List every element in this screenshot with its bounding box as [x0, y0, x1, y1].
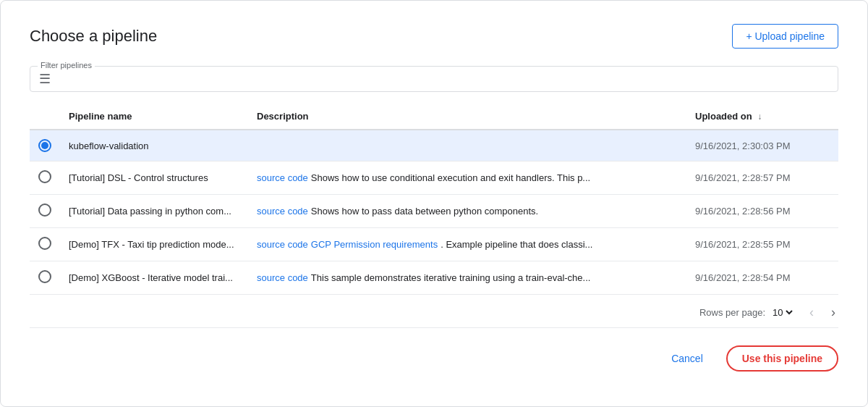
description-cell: source codeShows how to use conditional … — [248, 161, 686, 195]
description-text: . Example pipeline that does classi... — [441, 239, 592, 250]
radio-inner-dot — [41, 142, 48, 149]
pagination-prev-button[interactable]: ‹ — [807, 303, 817, 322]
radio-unselected[interactable] — [38, 170, 51, 183]
radio-unselected[interactable] — [38, 237, 51, 250]
table-row: kubeflow-validation9/16/2021, 2:30:03 PM — [30, 130, 838, 161]
pipeline-name-cell: [Demo] TFX - Taxi tip prediction mode... — [60, 228, 248, 261]
dialog-title: Choose a pipeline — [30, 27, 157, 46]
cancel-button[interactable]: Cancel — [660, 347, 715, 370]
table-row: [Tutorial] Data passing in python com...… — [30, 195, 838, 228]
col-header-uploaded-on: Uploaded on ↓ — [686, 104, 838, 130]
source-code-link[interactable]: source code — [257, 206, 308, 217]
use-pipeline-button[interactable]: Use this pipeline — [726, 345, 838, 372]
radio-cell[interactable] — [30, 130, 60, 161]
pipeline-name-cell: [Tutorial] DSL - Control structures — [60, 161, 248, 195]
pipelines-table: Pipeline name Description Uploaded on ↓ … — [30, 104, 838, 295]
description-cell: source codeShows how to pass data betwee… — [248, 195, 686, 228]
uploaded-on-cell: 9/16/2021, 2:28:57 PM — [686, 161, 838, 195]
uploaded-on-cell: 9/16/2021, 2:30:03 PM — [686, 130, 838, 161]
description-text: This sample demonstrates iterative train… — [311, 272, 591, 283]
description-cell: source codeGCP Permission requirements. … — [248, 228, 686, 261]
description-text: Shows how to use conditional execution a… — [311, 172, 590, 183]
description-cell — [248, 130, 686, 161]
pipeline-name-cell: [Demo] XGBoost - Iterative model trai... — [60, 261, 248, 295]
filter-container: Filter pipelines ☰ — [30, 66, 838, 92]
radio-unselected[interactable] — [38, 270, 51, 283]
col-header-radio — [30, 104, 60, 130]
choose-pipeline-dialog: Choose a pipeline + Upload pipeline Filt… — [0, 0, 868, 407]
pagination-next-button[interactable]: › — [828, 303, 838, 322]
source-code-link[interactable]: source code — [257, 172, 308, 183]
table-row: [Tutorial] DSL - Control structuressourc… — [30, 161, 838, 195]
upload-pipeline-button[interactable]: + Upload pipeline — [732, 24, 838, 49]
table-footer: Rows per page: 10 20 50 ‹ › — [30, 295, 838, 327]
dialog-actions: Cancel Use this pipeline — [30, 340, 838, 372]
col-header-name: Pipeline name — [60, 104, 248, 130]
dialog-header: Choose a pipeline + Upload pipeline — [30, 24, 838, 49]
radio-cell[interactable] — [30, 161, 60, 195]
actions-divider — [30, 327, 838, 328]
filter-input[interactable] — [56, 73, 829, 85]
radio-unselected[interactable] — [38, 204, 51, 217]
source-code-link[interactable]: source code — [257, 239, 308, 250]
source-code-link[interactable]: source code — [257, 272, 308, 283]
gcp-permission-link[interactable]: GCP Permission requirements — [311, 239, 438, 250]
radio-cell[interactable] — [30, 261, 60, 295]
table-row: [Demo] XGBoost - Iterative model trai...… — [30, 261, 838, 295]
filter-label: Filter pipelines — [38, 61, 95, 70]
pipeline-name-cell: kubeflow-validation — [60, 130, 248, 161]
uploaded-on-cell: 9/16/2021, 2:28:54 PM — [686, 261, 838, 295]
radio-cell[interactable] — [30, 195, 60, 228]
description-cell: source codeThis sample demonstrates iter… — [248, 261, 686, 295]
filter-icon: ☰ — [39, 71, 51, 87]
sort-arrow-icon[interactable]: ↓ — [757, 112, 762, 122]
uploaded-on-cell: 9/16/2021, 2:28:55 PM — [686, 228, 838, 261]
uploaded-on-cell: 9/16/2021, 2:28:56 PM — [686, 195, 838, 228]
table-header-row: Pipeline name Description Uploaded on ↓ — [30, 104, 838, 130]
rows-per-page-label: Rows per page: — [699, 307, 765, 318]
col-header-description: Description — [248, 104, 686, 130]
rows-per-page-select[interactable]: 10 20 50 — [770, 306, 795, 319]
description-text: Shows how to pass data between python co… — [311, 206, 538, 217]
radio-selected[interactable] — [38, 139, 51, 152]
radio-cell[interactable] — [30, 228, 60, 261]
table-row: [Demo] TFX - Taxi tip prediction mode...… — [30, 228, 838, 261]
pipeline-name-cell: [Tutorial] Data passing in python com... — [60, 195, 248, 228]
rows-per-page-control: Rows per page: 10 20 50 — [699, 306, 795, 319]
